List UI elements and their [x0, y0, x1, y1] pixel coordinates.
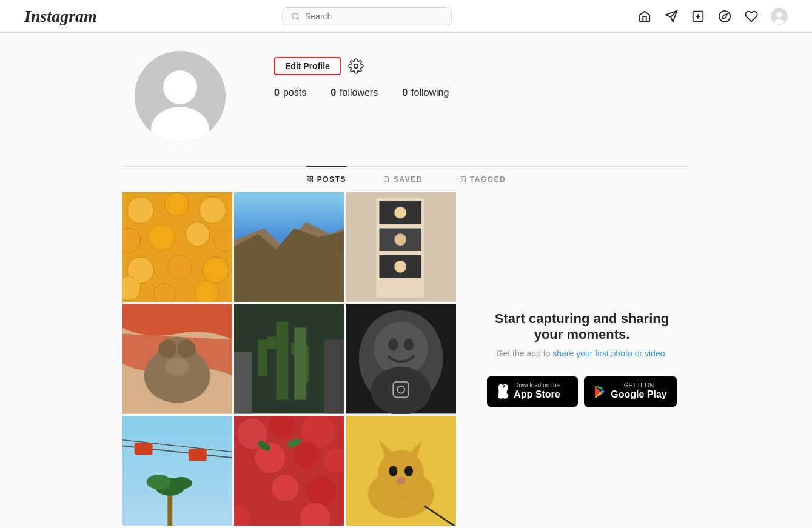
- grid-item[interactable]: [122, 192, 232, 302]
- followers-count: 0: [331, 87, 336, 98]
- svg-marker-8: [722, 14, 727, 19]
- cta-link[interactable]: share your first photo or video: [552, 349, 665, 358]
- google-play-button[interactable]: GET IT ON Google Play: [584, 376, 676, 406]
- svg-point-50: [158, 340, 176, 358]
- profile-section: Edit Profile 0 posts 0 followers 0 follo…: [122, 33, 690, 154]
- svg-point-85: [293, 441, 320, 468]
- navbar: Instagram: [0, 0, 812, 33]
- svg-point-28: [186, 222, 210, 247]
- explore-icon[interactable]: [717, 9, 732, 24]
- search-icon: [291, 12, 300, 21]
- svg-point-52: [165, 358, 189, 376]
- svg-point-13: [163, 70, 197, 104]
- svg-point-73: [147, 475, 171, 489]
- photo-grid: [122, 192, 456, 526]
- following-stat[interactable]: 0 following: [402, 87, 449, 98]
- heart-icon[interactable]: [744, 9, 759, 24]
- edit-profile-button[interactable]: Edit Profile: [274, 57, 341, 75]
- svg-rect-70: [122, 416, 232, 526]
- send-icon[interactable]: [664, 9, 679, 24]
- profile-avatar-wrapper: [135, 51, 226, 142]
- tab-saved[interactable]: SAVED: [383, 166, 423, 192]
- svg-point-45: [394, 261, 406, 273]
- grid-item[interactable]: [122, 416, 232, 526]
- tab-tagged[interactable]: TAGGED: [459, 166, 506, 192]
- grid-item[interactable]: [346, 304, 456, 413]
- svg-point-89: [306, 476, 337, 506]
- svg-point-27: [149, 224, 175, 251]
- svg-point-29: [214, 229, 233, 251]
- bookmark-icon: [383, 176, 390, 183]
- google-play-large-text: Google Play: [611, 389, 666, 400]
- photo-grid-section: [122, 192, 456, 526]
- gear-icon: [348, 58, 364, 74]
- search-input[interactable]: [305, 12, 443, 21]
- svg-rect-19: [307, 180, 309, 182]
- grid-item[interactable]: [346, 416, 456, 526]
- search-bar[interactable]: [282, 7, 452, 25]
- svg-point-51: [178, 340, 196, 358]
- svg-point-34: [154, 284, 176, 302]
- app-store-button[interactable]: Download on the App Store: [487, 376, 578, 406]
- svg-point-21: [461, 178, 462, 179]
- add-icon[interactable]: [691, 9, 705, 24]
- google-play-small-text: GET IT ON: [611, 383, 666, 389]
- navbar-icons: [637, 8, 788, 25]
- svg-point-88: [272, 475, 299, 501]
- svg-rect-18: [310, 180, 313, 182]
- grid-item[interactable]: [234, 304, 344, 413]
- svg-line-1: [298, 18, 300, 19]
- grid-item[interactable]: [122, 304, 232, 413]
- svg-point-7: [719, 10, 730, 21]
- svg-rect-61: [324, 340, 344, 414]
- svg-point-102: [396, 477, 406, 484]
- svg-point-23: [127, 197, 154, 224]
- home-icon[interactable]: [637, 9, 652, 24]
- svg-point-74: [170, 477, 192, 489]
- svg-point-100: [389, 466, 397, 476]
- svg-point-66: [404, 339, 414, 351]
- posts-stat[interactable]: 0 posts: [274, 87, 306, 98]
- grid-item[interactable]: [346, 192, 456, 302]
- svg-rect-56: [267, 337, 277, 349]
- svg-point-97: [378, 450, 423, 495]
- app-buttons: Download on the App Store GET IT ON Goog…: [487, 376, 676, 406]
- instagram-logo: Instagram: [24, 7, 97, 26]
- apple-icon: [497, 384, 509, 399]
- svg-point-10: [776, 12, 782, 17]
- svg-rect-60: [234, 352, 252, 414]
- user-avatar-icon[interactable]: [771, 8, 788, 25]
- svg-point-35: [195, 281, 219, 302]
- svg-rect-55: [258, 340, 267, 376]
- grid-item[interactable]: [234, 192, 344, 302]
- profile-avatar: [135, 51, 226, 142]
- svg-point-44: [394, 233, 406, 246]
- profile-tabs: POSTS SAVED TAGGED: [122, 167, 690, 192]
- tab-tagged-label: TAGGED: [470, 175, 506, 184]
- profile-info: Edit Profile 0 posts 0 followers 0 follo…: [274, 51, 677, 98]
- svg-rect-16: [307, 177, 309, 179]
- svg-point-65: [388, 339, 398, 351]
- svg-point-32: [203, 257, 229, 284]
- cta-section: Start capturing and sharing your moments…: [474, 192, 690, 526]
- svg-rect-78: [189, 449, 207, 461]
- content-area: Start capturing and sharing your moments…: [122, 192, 690, 528]
- svg-rect-54: [277, 322, 289, 400]
- svg-point-15: [354, 64, 358, 69]
- following-count: 0: [402, 87, 408, 98]
- cta-title: Start capturing and sharing your moments…: [486, 311, 677, 343]
- settings-icon-button[interactable]: [348, 58, 364, 74]
- svg-point-31: [167, 255, 192, 279]
- svg-point-67: [371, 367, 431, 413]
- posts-label: posts: [283, 87, 306, 98]
- svg-rect-59: [294, 328, 306, 400]
- followers-stat[interactable]: 0 followers: [331, 87, 378, 98]
- grid-item[interactable]: [234, 416, 344, 526]
- svg-point-43: [394, 207, 406, 219]
- svg-point-87: [234, 479, 264, 509]
- tab-posts[interactable]: POSTS: [306, 166, 346, 192]
- profile-actions: Edit Profile: [274, 57, 677, 75]
- followers-label: followers: [340, 87, 378, 98]
- following-label: following: [411, 87, 449, 98]
- app-store-small-text: Download on the: [514, 383, 560, 389]
